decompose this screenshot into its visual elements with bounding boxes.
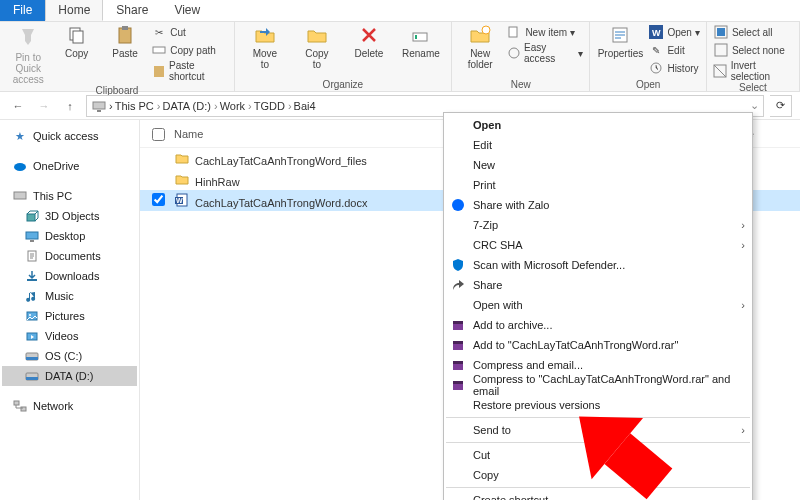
sidebar-videos[interactable]: Videos: [2, 326, 137, 346]
tab-share[interactable]: Share: [103, 0, 161, 21]
sidebar-downloads[interactable]: Downloads: [2, 266, 137, 286]
sidebar-3d-objects[interactable]: 3D Objects: [2, 206, 137, 226]
svg-rect-48: [453, 381, 463, 384]
cm-add-to-rar[interactable]: Add to "CachLayTatCaAnhTrongWord.rar": [445, 335, 751, 355]
svg-rect-5: [154, 66, 164, 77]
copy-path-icon: [151, 42, 167, 58]
properties-button[interactable]: Properties: [596, 24, 644, 59]
refresh-button[interactable]: ⟳: [770, 95, 792, 117]
cm-copy[interactable]: Copy: [445, 465, 751, 485]
svg-rect-4: [153, 47, 165, 53]
svg-rect-44: [453, 341, 463, 344]
paste-icon: [114, 24, 136, 46]
cm-crcsha[interactable]: CRC SHA›: [445, 235, 751, 255]
pin-icon: [15, 24, 41, 50]
new-item-icon: [506, 24, 522, 40]
forward-button[interactable]: →: [34, 96, 54, 116]
select-all-button[interactable]: Select all: [713, 24, 793, 40]
sidebar-music[interactable]: Music: [2, 286, 137, 306]
invert-selection-button[interactable]: Invert selection: [713, 60, 793, 82]
cut-button[interactable]: ✂Cut: [151, 24, 228, 40]
new-item-button[interactable]: New item ▾: [506, 24, 583, 40]
chevron-right-icon: ›: [741, 239, 745, 251]
svg-rect-46: [453, 361, 463, 364]
sidebar-quick-access[interactable]: ★Quick access: [2, 126, 137, 146]
svg-rect-9: [509, 27, 517, 37]
sidebar-documents[interactable]: Documents: [2, 246, 137, 266]
svg-rect-17: [715, 44, 727, 56]
group-open-label: Open: [596, 79, 699, 91]
paste-shortcut-icon: [151, 63, 166, 79]
invert-icon: [713, 63, 728, 79]
easy-access-button[interactable]: Easy access ▾: [506, 42, 583, 64]
select-none-button[interactable]: Select none: [713, 42, 793, 58]
cm-defender[interactable]: Scan with Microsoft Defender...: [445, 255, 751, 275]
tab-file[interactable]: File: [0, 0, 45, 21]
svg-point-40: [452, 199, 464, 211]
sidebar-data-d-[interactable]: DATA (D:): [2, 366, 137, 386]
docx-icon: W: [174, 192, 190, 208]
history-button[interactable]: History: [648, 60, 699, 76]
copy-path-button[interactable]: Copy path: [151, 42, 228, 58]
cm-cut[interactable]: Cut: [445, 445, 751, 465]
sidebar-desktop[interactable]: Desktop: [2, 226, 137, 246]
delete-icon: [358, 24, 380, 46]
cm-new[interactable]: New: [445, 155, 751, 175]
select-all-checkbox[interactable]: [152, 128, 165, 141]
cm-compress-to-email[interactable]: Compress to "CachLayTatCaAnhTrongWord.ra…: [445, 375, 751, 395]
cm-open[interactable]: Open: [445, 115, 751, 135]
cm-edit[interactable]: Edit: [445, 135, 751, 155]
svg-rect-23: [27, 214, 35, 221]
new-folder-button[interactable]: New folder: [458, 24, 502, 70]
folder-icon: [24, 228, 40, 244]
rename-button[interactable]: Rename: [397, 24, 445, 59]
edit-button[interactable]: ✎Edit: [648, 42, 699, 58]
sidebar-onedrive[interactable]: OneDrive: [2, 156, 137, 176]
delete-button[interactable]: Delete: [345, 24, 393, 59]
edit-icon: ✎: [648, 42, 664, 58]
cm-add-archive[interactable]: Add to archive...: [445, 315, 751, 335]
back-button[interactable]: ←: [8, 96, 28, 116]
chevron-down-icon[interactable]: ⌄: [750, 99, 759, 112]
folder-icon: [24, 268, 40, 284]
sidebar-this-pc[interactable]: This PC: [2, 186, 137, 206]
copy-to-button[interactable]: Copy to: [293, 24, 341, 70]
svg-rect-24: [26, 232, 38, 239]
folder-icon: [24, 208, 40, 224]
row-checkbox[interactable]: [152, 193, 165, 206]
sidebar-os-c-[interactable]: OS (C:): [2, 346, 137, 366]
svg-point-10: [509, 48, 519, 58]
cut-icon: ✂: [151, 24, 167, 40]
group-organize-label: Organize: [241, 79, 445, 91]
folder-icon: [24, 308, 40, 324]
up-button[interactable]: ↑: [60, 96, 80, 116]
pc-icon: [91, 98, 107, 114]
cm-print[interactable]: Print: [445, 175, 751, 195]
copy-button[interactable]: Copy: [54, 24, 98, 59]
pin-quick-access-button[interactable]: Pin to Quick access: [6, 24, 50, 85]
tab-home[interactable]: Home: [45, 0, 103, 21]
cm-create-shortcut[interactable]: Create shortcut: [445, 490, 751, 500]
cm-compress-email[interactable]: Compress and email...: [445, 355, 751, 375]
move-to-button[interactable]: Move to: [241, 24, 289, 70]
group-select-label: Select: [713, 82, 793, 94]
tab-view[interactable]: View: [161, 0, 213, 21]
cm-share-zalo[interactable]: Share with Zalo: [445, 195, 751, 215]
svg-rect-25: [30, 240, 34, 242]
cm-open-with[interactable]: Open with›: [445, 295, 751, 315]
cm-7zip[interactable]: 7-Zip›: [445, 215, 751, 235]
folder-icon: [174, 171, 190, 187]
folder-icon: [174, 150, 190, 166]
svg-text:W: W: [176, 197, 183, 204]
svg-rect-22: [14, 192, 26, 199]
svg-rect-7: [415, 35, 417, 39]
sidebar-network[interactable]: Network: [2, 396, 137, 416]
cm-share[interactable]: Share: [445, 275, 751, 295]
cm-restore[interactable]: Restore previous versions: [445, 395, 751, 415]
sidebar-pictures[interactable]: Pictures: [2, 306, 137, 326]
cm-send-to[interactable]: Send to›: [445, 420, 751, 440]
paste-shortcut-button[interactable]: Paste shortcut: [151, 60, 228, 82]
history-icon: [648, 60, 664, 76]
open-button[interactable]: WOpen ▾: [648, 24, 699, 40]
paste-button[interactable]: Paste: [103, 24, 147, 59]
